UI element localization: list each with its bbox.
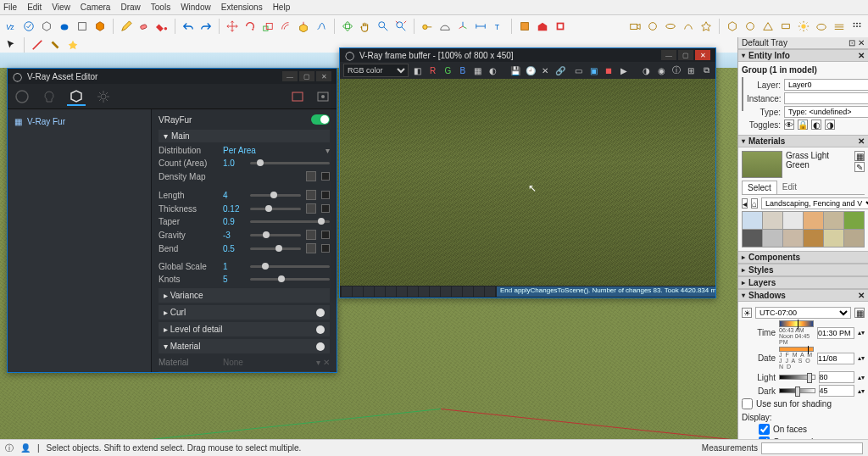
vray-length-slider[interactable] bbox=[250, 194, 301, 197]
vray-max-icon[interactable]: ▢ bbox=[299, 71, 314, 81]
bucket-icon[interactable] bbox=[154, 19, 170, 34]
vray-cube-icon[interactable] bbox=[39, 19, 54, 34]
vray-grav-map[interactable] bbox=[306, 230, 316, 240]
vray-distribution-select[interactable]: Per Area▾ bbox=[223, 146, 330, 155]
vray-bend-slider[interactable] bbox=[250, 247, 301, 250]
material-cell[interactable] bbox=[743, 212, 762, 229]
vfb-canvas[interactable]: ↖ bbox=[340, 79, 715, 286]
vray-render-icon[interactable] bbox=[75, 19, 90, 34]
shadow-tz-select[interactable]: UTC-07:00 bbox=[755, 307, 851, 319]
panel-materials-header[interactable]: ▾Materials✕ bbox=[738, 135, 868, 147]
panel-components-header[interactable]: ▸Components bbox=[738, 251, 868, 264]
material-swatch[interactable] bbox=[742, 151, 782, 178]
protractor-icon[interactable] bbox=[437, 19, 453, 34]
material-cell[interactable] bbox=[763, 212, 782, 229]
axis-icon[interactable] bbox=[455, 19, 470, 34]
shadow-date-input[interactable] bbox=[817, 353, 854, 364]
vray-logo-icon[interactable]: Vz bbox=[3, 19, 19, 34]
shadow-date-slider[interactable] bbox=[779, 347, 814, 352]
vfb-lens-icon[interactable]: ◉ bbox=[655, 64, 667, 77]
scale-icon[interactable] bbox=[260, 19, 275, 34]
material-cell[interactable] bbox=[783, 212, 803, 229]
shadow-dark-slider[interactable] bbox=[779, 388, 815, 393]
menu-file[interactable]: File bbox=[3, 3, 17, 12]
render-icon[interactable] bbox=[681, 19, 696, 34]
status-icon1[interactable]: ⓘ bbox=[5, 442, 14, 454]
entity-instance-input[interactable] bbox=[784, 92, 868, 104]
fog-icon[interactable] bbox=[832, 19, 847, 34]
line-icon[interactable] bbox=[30, 37, 45, 53]
mat-home-icon[interactable]: ⌂ bbox=[751, 198, 758, 209]
paint-icon[interactable] bbox=[47, 37, 63, 53]
vray-thick-chk[interactable] bbox=[321, 204, 330, 213]
menu-edit[interactable]: Edit bbox=[27, 3, 42, 12]
panel-entity-header[interactable]: ▾Entity Info✕ bbox=[738, 49, 868, 62]
vfb-region-icon[interactable]: ▭ bbox=[573, 64, 585, 77]
vray-sect-lod[interactable]: ▸ Level of detail bbox=[159, 322, 330, 336]
render2-icon[interactable] bbox=[698, 19, 714, 34]
mat-tab-select[interactable]: Select bbox=[742, 181, 777, 194]
vray-density-chk[interactable] bbox=[321, 172, 330, 181]
toggle-lock-icon[interactable]: 🔒 bbox=[798, 120, 808, 130]
shadow-faces-check[interactable] bbox=[759, 424, 770, 435]
vfb-mono-icon[interactable]: ◐ bbox=[487, 64, 498, 77]
vfb-render-icon[interactable]: ▶ bbox=[618, 64, 630, 77]
vray-sect-main[interactable]: ▾Main bbox=[159, 130, 330, 142]
vfb-pixel-icon[interactable]: ⊞ bbox=[686, 64, 698, 77]
tape-icon[interactable] bbox=[420, 19, 435, 34]
dots-icon[interactable] bbox=[849, 19, 865, 34]
pan-icon[interactable] bbox=[358, 19, 373, 34]
mat-create-icon[interactable]: ▦ bbox=[854, 151, 865, 161]
iso-icon[interactable] bbox=[725, 19, 740, 34]
vfb-rgb-icon[interactable]: ◧ bbox=[412, 64, 424, 77]
mat-library-select[interactable]: Landscaping, Fencing and V bbox=[761, 197, 868, 209]
measurements-input[interactable] bbox=[761, 442, 863, 454]
vfb-link-icon[interactable]: 🔗 bbox=[554, 64, 566, 77]
vray-render-icon[interactable] bbox=[289, 88, 306, 105]
panel-styles-header[interactable]: ▸Styles bbox=[738, 264, 868, 276]
vray-length-map[interactable] bbox=[306, 190, 316, 200]
mat-tab-edit[interactable]: Edit bbox=[777, 181, 802, 194]
redo-icon[interactable] bbox=[198, 19, 214, 34]
top-icon[interactable] bbox=[743, 19, 758, 34]
toggle-visible-icon[interactable]: 👁 bbox=[784, 120, 794, 130]
vfb-save-icon[interactable]: 💾 bbox=[509, 64, 521, 77]
vray-taper-slider[interactable] bbox=[250, 220, 330, 223]
vfb-max-icon[interactable]: ▢ bbox=[678, 50, 693, 60]
vray-grav-chk[interactable] bbox=[321, 231, 330, 239]
menu-help[interactable]: Help bbox=[273, 3, 291, 12]
move-icon[interactable] bbox=[225, 19, 240, 34]
shadow-dark-input[interactable] bbox=[819, 385, 855, 397]
vfb-a-icon[interactable]: ▦ bbox=[472, 64, 484, 77]
zoom-icon[interactable] bbox=[376, 19, 391, 34]
mat-back-icon[interactable]: ◂ bbox=[742, 198, 748, 209]
vfb-hist-icon[interactable]: 🕘 bbox=[525, 64, 537, 77]
camera2-icon[interactable] bbox=[645, 19, 660, 34]
orbit-icon[interactable] bbox=[340, 19, 355, 34]
vray-tab-geometry-icon[interactable] bbox=[67, 87, 86, 106]
vray-gscale-slider[interactable] bbox=[250, 265, 330, 268]
cloud-icon[interactable] bbox=[814, 19, 829, 34]
offset-icon[interactable] bbox=[278, 19, 293, 34]
text-icon[interactable]: T bbox=[491, 19, 506, 34]
entity-swatch[interactable] bbox=[742, 77, 743, 111]
vray-length-chk[interactable] bbox=[321, 191, 330, 199]
material-cell[interactable] bbox=[824, 212, 843, 229]
vfb-r-icon[interactable]: R bbox=[427, 64, 439, 77]
vray-bend-map[interactable] bbox=[306, 243, 316, 253]
vray-check-icon[interactable] bbox=[21, 19, 36, 34]
material-cell[interactable] bbox=[804, 230, 823, 247]
vray-gravity-slider[interactable] bbox=[250, 234, 301, 236]
menu-view[interactable]: View bbox=[52, 3, 70, 12]
vray-titlebar[interactable]: ◯ V-Ray Asset Editor — ▢ ✕ bbox=[8, 69, 337, 84]
vray-sect-curl[interactable]: ▸ Curl bbox=[159, 305, 330, 320]
vfb-channel-select[interactable]: RGB color bbox=[343, 64, 409, 77]
pushpull-icon[interactable] bbox=[296, 19, 311, 34]
vfb-comp-icon[interactable]: ⧉ bbox=[700, 64, 712, 77]
pencil-icon[interactable] bbox=[119, 19, 134, 34]
vray-close-icon[interactable]: ✕ bbox=[316, 71, 331, 81]
vfb-close-icon[interactable]: ✕ bbox=[695, 50, 710, 60]
vray-thickness-slider[interactable] bbox=[250, 208, 301, 210]
vfb-stop-icon[interactable]: ⏹ bbox=[603, 64, 615, 77]
menu-tools[interactable]: Tools bbox=[151, 3, 170, 12]
